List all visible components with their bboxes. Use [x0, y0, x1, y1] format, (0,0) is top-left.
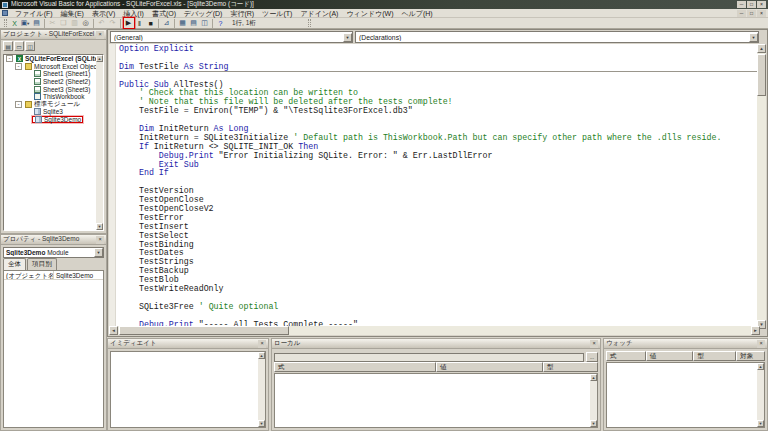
cut-button[interactable]: ✂ — [48, 18, 58, 28]
watch-scrollbar[interactable]: ▲ ▼ — [757, 363, 764, 427]
expander-minus-icon[interactable]: - — [15, 63, 22, 70]
dropdown-arrow-icon[interactable]: ▼ — [26, 21, 30, 26]
project-explorer-close-icon[interactable]: × — [96, 31, 104, 39]
redo-button[interactable]: ↷ — [108, 18, 118, 28]
watch-close-icon[interactable]: × — [757, 340, 765, 348]
tree-item-microsoft-excel-objects[interactable]: -Microsoft Excel Objects — [4, 63, 103, 71]
undo-button[interactable]: ↶ — [97, 18, 107, 28]
watch-column-型[interactable]: 型 — [693, 351, 736, 361]
menu-item-addins[interactable]: アドイン(A) — [296, 9, 342, 18]
minimize-button[interactable]: ─ — [737, 1, 746, 8]
menu-item-file[interactable]: ファイル(F) — [11, 9, 57, 18]
locals-content[interactable]: ▲ ▼ — [274, 373, 598, 428]
close-button[interactable]: × — [757, 1, 766, 8]
watch-content[interactable]: ▲ ▼ — [606, 362, 765, 428]
menu-item-tools[interactable]: ツール(T) — [258, 9, 296, 18]
expander-minus-icon[interactable]: - — [15, 101, 22, 108]
locals-column-型[interactable]: 型 — [543, 362, 598, 372]
paste-button[interactable]: ▥ — [70, 18, 80, 28]
tree-item-sheet1-sheet1[interactable]: Sheet1 (Sheet1) — [4, 70, 103, 78]
watch-column-対象[interactable]: 対象 — [736, 351, 765, 361]
project-explorer-button[interactable]: ▦ — [178, 18, 188, 28]
locals-close-icon[interactable]: × — [590, 340, 598, 348]
child-restore-button[interactable]: □ — [747, 10, 756, 17]
scroll-down-icon[interactable]: ▼ — [590, 420, 597, 427]
immediate-scrollbar[interactable]: ▲ ▼ — [258, 352, 265, 427]
tree-item-sqlite3[interactable]: Sqlite3 — [4, 108, 103, 116]
scroll-up-icon[interactable]: ▲ — [590, 374, 597, 381]
scroll-down-icon[interactable]: ▼ — [757, 420, 764, 427]
menu-item-view[interactable]: 表示(V) — [88, 9, 119, 18]
scroll-up-icon[interactable]: ▲ — [96, 55, 103, 62]
code-horizontal-scrollbar[interactable]: ◄ ► — [109, 326, 760, 335]
tree-item-sheet3-sheet3[interactable]: Sheet3 (Sheet3) — [4, 85, 103, 93]
locals-column-値[interactable]: 値 — [436, 362, 543, 372]
save-button[interactable]: ▤ — [32, 18, 42, 28]
object-dropdown-icon[interactable]: ▼ — [343, 33, 352, 42]
object-browser-button[interactable]: ◫ — [200, 18, 210, 28]
scroll-up-icon[interactable]: ▲ — [258, 352, 265, 359]
reset-button[interactable]: ■ — [146, 18, 156, 28]
menu-item-debug[interactable]: デバッグ(D) — [180, 9, 226, 18]
code-vertical-scrollbar[interactable]: ▲ ▼ — [757, 44, 766, 329]
menu-item-window[interactable]: ウィンドウ(W) — [342, 9, 397, 18]
scroll-right-icon[interactable]: ► — [751, 326, 760, 335]
scroll-up-icon[interactable]: ▲ — [757, 44, 766, 53]
tree-item-sqliteforexcel-sqlite[interactable]: -XSQLiteForExcel (SQLite — [4, 55, 103, 63]
immediate-content[interactable]: ▲ ▼ — [110, 351, 266, 428]
scroll-down-icon[interactable]: ▼ — [258, 420, 265, 427]
menu-item-insert[interactable]: 挿入(I) — [119, 9, 148, 18]
project-tree-scrollbar[interactable]: ▲ ▼ — [96, 55, 103, 230]
view-excel-button[interactable]: X — [10, 18, 20, 28]
break-button[interactable]: ‖ — [135, 18, 145, 28]
code-token: TestStrings — [119, 257, 194, 266]
maximize-button[interactable]: □ — [747, 1, 756, 8]
help-button[interactable]: ? — [216, 18, 226, 28]
menu-item-format[interactable]: 書式(O) — [148, 9, 180, 18]
tree-item-sheet2-sheet2[interactable]: Sheet2 (Sheet2) — [4, 78, 103, 86]
insert-userform-button[interactable]: ▣▼ — [21, 18, 31, 28]
view-object-button[interactable]: ▭ — [14, 41, 24, 51]
toggle-folders-button[interactable]: ◫ — [25, 41, 35, 51]
watch-column-式[interactable]: 式 — [606, 351, 646, 361]
property-value[interactable]: Sqlite3Demo — [54, 271, 103, 279]
combobox-dropdown-icon[interactable]: ▼ — [94, 248, 103, 257]
call-stack-button[interactable]: ... — [586, 352, 598, 362]
scroll-up-icon[interactable]: ▲ — [757, 363, 764, 370]
tab-alphabetic[interactable]: 全体 — [3, 258, 26, 270]
view-code-button[interactable]: ▤ — [3, 41, 13, 51]
scroll-left-icon[interactable]: ◄ — [109, 326, 118, 335]
procedure-dropdown-icon[interactable]: ▼ — [749, 33, 758, 42]
scroll-down-icon[interactable]: ▼ — [96, 223, 103, 230]
hscroll-thumb[interactable] — [119, 326, 289, 335]
toolbar-grip-2[interactable] — [308, 19, 311, 27]
run-sub-button[interactable]: ▶ — [124, 18, 134, 28]
procedure-dropdown[interactable]: (Declarations) ▼ — [355, 31, 759, 43]
copy-button[interactable]: ❏ — [59, 18, 69, 28]
design-mode-button[interactable]: ⊿ — [162, 18, 172, 28]
tree-item-sqlite3demo[interactable]: Sqlite3Demo — [4, 116, 103, 124]
locals-scrollbar[interactable]: ▲ ▼ — [590, 374, 597, 427]
properties-object-combobox[interactable]: Sqlite3Demo Module ▼ — [3, 247, 104, 258]
immediate-close-icon[interactable]: × — [258, 340, 266, 348]
menu-item-edit[interactable]: 編集(E) — [57, 9, 88, 18]
tab-categorized[interactable]: 項目別 — [27, 258, 57, 270]
child-close-button[interactable]: × — [757, 10, 766, 17]
toolbar-grip[interactable] — [4, 19, 7, 27]
code-editor[interactable]: Option ExplicitDim TestFile As StringPub… — [109, 44, 760, 329]
menu-item-run[interactable]: 実行(R) — [226, 9, 258, 18]
tree-item-node[interactable]: -標準モジュール — [4, 101, 103, 109]
code-token: ' Quite optional — [199, 302, 279, 311]
find-button[interactable]: ◎ — [81, 18, 91, 28]
vscroll-thumb[interactable] — [757, 54, 766, 96]
code-line: Exit Sub — [119, 161, 760, 170]
watch-column-値[interactable]: 値 — [646, 351, 694, 361]
properties-window-button[interactable]: ▤ — [189, 18, 199, 28]
child-minimize-button[interactable]: ─ — [737, 10, 746, 17]
locals-column-式[interactable]: 式 — [274, 362, 436, 372]
properties-close-icon[interactable]: × — [96, 236, 104, 244]
expander-minus-icon[interactable]: - — [6, 55, 13, 62]
menu-item-help[interactable]: ヘルプ(H) — [397, 9, 436, 18]
property-row[interactable]: (オブジェクト名)Sqlite3Demo — [4, 271, 103, 280]
object-dropdown[interactable]: (General) ▼ — [110, 31, 353, 43]
